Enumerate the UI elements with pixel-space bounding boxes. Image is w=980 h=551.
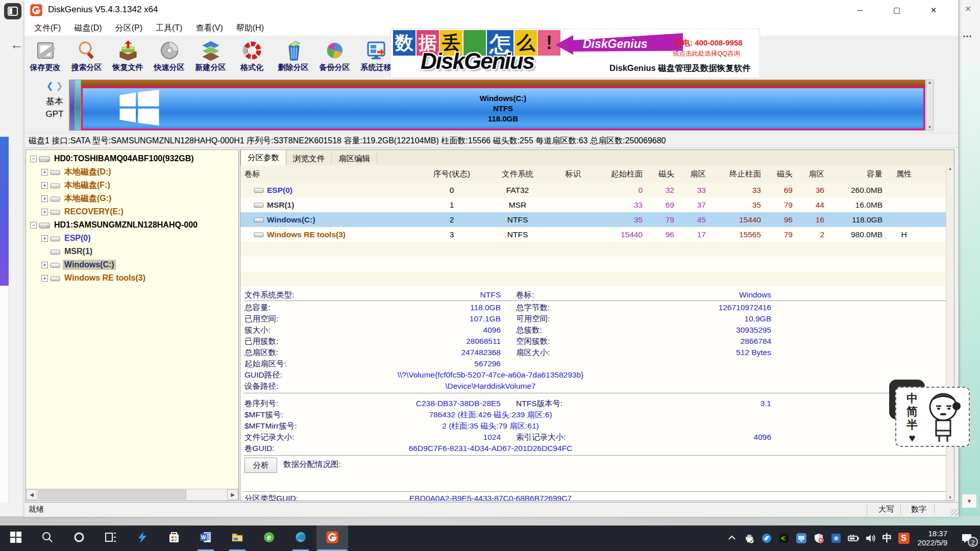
taskbar-ie-button[interactable]: e [253, 525, 285, 551]
taskbar-search-button[interactable] [32, 525, 63, 551]
expand-icon[interactable]: + [41, 209, 48, 215]
tray-defender-icon[interactable] [812, 525, 825, 551]
tab-扇区编辑[interactable]: 扇区编辑 [332, 152, 377, 165]
expand-icon[interactable]: + [41, 275, 48, 282]
expand-icon[interactable]: + [41, 195, 48, 202]
toolbar-button-search[interactable]: 搜索分区 [66, 36, 107, 78]
next-disk-icon[interactable]: ❯ [56, 81, 63, 91]
action-center-button[interactable]: 2 [953, 525, 980, 551]
table-row-esp-0-[interactable]: ESP(0)0FAT3203233336936260.0MB [240, 183, 954, 197]
minimize-button[interactable]: ─ [845, 0, 875, 20]
toolbar-button-save[interactable]: 保存更改 [24, 36, 66, 78]
tab-分区参数[interactable]: 分区参数 [240, 149, 286, 165]
expand-icon[interactable]: + [41, 262, 48, 268]
taskbar-edge-button[interactable] [285, 525, 316, 551]
column-header-3[interactable]: 标识 [551, 169, 596, 180]
tray-bird-icon[interactable] [760, 525, 773, 551]
browser-more-icon[interactable]: ⋯ [963, 31, 972, 42]
column-header-10[interactable]: 容量 [830, 169, 888, 180]
toolbar-button-delete-partition[interactable]: 删除分区 [273, 36, 314, 78]
collapse-icon[interactable]: − [30, 222, 37, 229]
analyze-button[interactable]: 分析 [244, 458, 277, 473]
taskbar-clock[interactable]: 18:37 2022/5/9 [918, 529, 947, 547]
tray-chevron-up-icon[interactable] [725, 525, 739, 551]
table-row-windows-re-tools-3-[interactable]: Windows RE tools(3)3NTFS1544096171556579… [240, 227, 954, 242]
menu-item-2[interactable]: 磁盘(D) [67, 21, 108, 35]
toolbar-button-backup-partition[interactable]: 备份分区 [314, 36, 355, 78]
tray-nvidia-icon[interactable] [777, 525, 791, 551]
background-scroll-down-icon[interactable]: ▼ [962, 494, 977, 508]
tree-item--g-[interactable]: +本地磁盘(G:) [26, 192, 238, 205]
menu-item-5[interactable]: 查看(V) [189, 21, 229, 35]
detail-vertical-scrollbar[interactable]: ▲▼ [946, 165, 954, 501]
toolbar-button-recover-files[interactable]: 恢复文件 [107, 36, 149, 78]
menu-item-1[interactable]: 文件(F) [28, 21, 67, 35]
resize-grip[interactable] [950, 509, 958, 516]
scroll-left-icon[interactable]: ◀ [26, 489, 37, 500]
column-header-2[interactable]: 文件系统 [484, 169, 551, 180]
ime-language-indicator[interactable]: 中 [883, 532, 892, 545]
tray-printer-icon[interactable] [743, 525, 756, 551]
taskbar-task-view-button[interactable] [95, 525, 127, 551]
tree-item-recovery-e-[interactable]: +RECOVERY(E:) [26, 205, 238, 218]
column-header-1[interactable]: 序号(状态) [419, 169, 484, 180]
taskbar-diskgenius-button[interactable] [316, 525, 348, 551]
detail-row: 总扇区数:247482368扇区大小:512 Bytes [240, 347, 954, 358]
prev-disk-icon[interactable]: ❮ [46, 81, 53, 91]
tree-item-esp-0-[interactable]: +ESP(0) [26, 232, 238, 245]
expand-icon[interactable]: + [41, 182, 48, 189]
scroll-right-icon[interactable]: ▶ [227, 489, 238, 500]
taskbar-store-button[interactable] [158, 525, 190, 551]
toolbar-button-quick-partition[interactable]: 快速分区 [149, 36, 190, 78]
toolbar-button-format[interactable]: 格式化 [231, 36, 273, 78]
taskbar-word-button[interactable]: W [190, 525, 222, 551]
toolbar-button-label: 快速分区 [153, 62, 186, 73]
taskbar-cortana-button[interactable] [63, 525, 95, 551]
column-header-7[interactable]: 终止柱面 [712, 169, 768, 180]
taskbar-start-button[interactable] [0, 525, 32, 551]
table-row-windows-c-[interactable]: Windows(C:)2NTFS357945154409616118.0GB [240, 212, 954, 227]
tray-battery-icon[interactable] [847, 525, 860, 551]
column-header-9[interactable]: 扇区 [798, 169, 830, 180]
column-header-8[interactable]: 磁头 [768, 169, 798, 180]
tray-speaker-icon[interactable] [864, 525, 877, 551]
collapse-icon[interactable]: − [30, 156, 37, 162]
scrollbar-thumb[interactable] [38, 490, 186, 499]
tree-item-hd0-toshibamq04abf100-932gb-[interactable]: −HD0:TOSHIBAMQ04ABF100(932GB) [26, 152, 238, 165]
tree-item-msr-1-[interactable]: MSR(1) [26, 245, 238, 258]
partition-segment-esp[interactable] [69, 80, 75, 130]
column-header-6[interactable]: 扇区 [679, 169, 712, 180]
tree-item--f-[interactable]: +本地磁盘(F:) [26, 179, 238, 192]
tray-snowflake-icon[interactable]: ❄ [829, 525, 843, 551]
menu-item-3[interactable]: 分区(P) [109, 21, 149, 35]
close-button[interactable]: ✕ [919, 0, 948, 20]
browser-back-icon[interactable]: ← [10, 37, 23, 53]
partition-segment-msr[interactable] [75, 80, 81, 130]
banner-qq-link[interactable]: 或点击此处选择QQ咨询 [673, 49, 740, 58]
menu-item-6[interactable]: 帮助(H) [230, 21, 271, 35]
toolbar-button-new-partition[interactable]: 新建分区 [190, 36, 231, 78]
tab-浏览文件[interactable]: 浏览文件 [286, 152, 332, 165]
table-row-msr-1-[interactable]: MSR(1)1MSR33693735794416.0MB [240, 197, 954, 212]
tree-horizontal-scrollbar[interactable]: ◀ ▶ [26, 489, 238, 500]
column-header-5[interactable]: 磁头 [650, 169, 679, 180]
ime-sticker-popup[interactable]: 中简半♥ [895, 387, 970, 447]
tree-item-windows-re-tools-3-[interactable]: +Windows RE tools(3) [26, 271, 238, 285]
column-header-4[interactable]: 起始柱面 [596, 169, 650, 180]
taskbar-thunder-button[interactable] [127, 525, 158, 551]
tree-item--d-[interactable]: +本地磁盘(D:) [26, 165, 238, 179]
tray-intel-icon[interactable] [795, 525, 808, 551]
expand-icon[interactable]: + [41, 169, 48, 176]
column-header-11[interactable]: 属性 [888, 169, 920, 180]
menu-item-4[interactable]: 工具(T) [149, 21, 189, 35]
partition-segment-windows-c[interactable]: Windows(C:) NTFS 118.0GB [81, 87, 925, 130]
tree-item-hd1-samsungmznln128hahq-000[interactable]: −HD1:SAMSUNGMZNLN128HAHQ-000 [26, 218, 238, 232]
expand-icon[interactable]: + [41, 235, 48, 242]
ad-banner[interactable]: 数据丢怎么! DiskGenius DiskGenius 致电: 400-008… [390, 29, 760, 78]
disk-graphic-scrollbar[interactable]: ▲▼ [926, 80, 934, 131]
maximize-button[interactable]: ▢ [882, 0, 912, 20]
sogou-input-icon[interactable]: S [898, 533, 910, 544]
column-header-0[interactable]: 卷标 [240, 169, 419, 180]
taskbar-explorer-button[interactable] [222, 525, 253, 551]
tree-item-windows-c-[interactable]: +Windows(C:) [26, 258, 238, 271]
